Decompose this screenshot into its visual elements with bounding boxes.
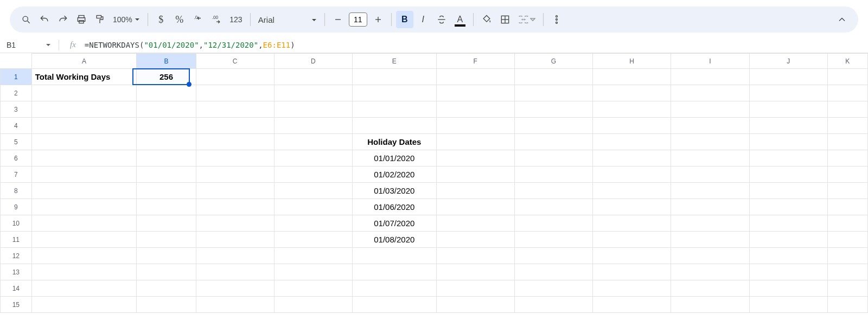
row-header[interactable]: 11 <box>1 232 32 248</box>
font-size-input[interactable] <box>349 12 367 27</box>
cell[interactable] <box>137 297 196 313</box>
row-header[interactable]: 10 <box>1 215 32 232</box>
formula-input[interactable]: =NETWORKDAYS("01/01/2020","12/31/2020",E… <box>85 41 295 49</box>
cell[interactable] <box>353 248 437 264</box>
cell[interactable] <box>593 85 671 101</box>
print-icon[interactable] <box>73 11 90 28</box>
cell[interactable] <box>137 232 196 248</box>
cell[interactable] <box>436 183 514 199</box>
cell[interactable] <box>671 183 749 199</box>
cell[interactable] <box>31 232 137 248</box>
cell[interactable] <box>196 280 274 297</box>
cell[interactable] <box>196 118 274 134</box>
cell[interactable] <box>137 248 196 264</box>
cell[interactable] <box>436 297 514 313</box>
row-header[interactable]: 13 <box>1 264 32 280</box>
cell[interactable] <box>436 118 514 134</box>
cell[interactable] <box>436 215 514 232</box>
cell[interactable] <box>749 199 827 215</box>
cell[interactable] <box>514 264 592 280</box>
cell-E6[interactable]: 01/01/2020 <box>353 150 437 166</box>
row-header[interactable]: 14 <box>1 280 32 297</box>
cell[interactable] <box>31 118 137 134</box>
cell[interactable] <box>436 85 514 101</box>
cell-B1[interactable]: 256 <box>137 69 196 85</box>
cell[interactable] <box>137 183 196 199</box>
cell[interactable] <box>671 264 749 280</box>
cell[interactable] <box>31 166 137 183</box>
borders-button[interactable] <box>496 11 514 28</box>
cell[interactable] <box>593 150 671 166</box>
cell-E5[interactable]: Holiday Dates <box>353 134 437 150</box>
row-header[interactable]: 1 <box>1 69 32 85</box>
cell[interactable] <box>436 264 514 280</box>
cell-E11[interactable]: 01/08/2020 <box>353 232 437 248</box>
bold-button[interactable]: B <box>396 11 413 28</box>
cell[interactable] <box>31 183 137 199</box>
cell[interactable] <box>353 264 437 280</box>
cell[interactable] <box>274 183 352 199</box>
cell[interactable] <box>749 150 827 166</box>
cell[interactable] <box>353 297 437 313</box>
cell[interactable] <box>749 69 827 85</box>
cell[interactable] <box>196 166 274 183</box>
cell[interactable] <box>749 134 827 150</box>
increase-font-icon[interactable] <box>369 11 387 28</box>
col-header-K[interactable]: K <box>827 54 867 69</box>
cell[interactable] <box>274 297 352 313</box>
cell[interactable] <box>274 134 352 150</box>
merge-cells-button[interactable] <box>515 11 539 28</box>
cell[interactable] <box>593 183 671 199</box>
cell[interactable] <box>671 166 749 183</box>
fill-color-button[interactable] <box>478 11 495 28</box>
cell[interactable] <box>274 280 352 297</box>
cell[interactable] <box>749 183 827 199</box>
cell[interactable] <box>749 85 827 101</box>
row-header[interactable]: 8 <box>1 183 32 199</box>
cell[interactable] <box>749 215 827 232</box>
cell[interactable] <box>196 248 274 264</box>
row-header[interactable]: 12 <box>1 248 32 264</box>
cell[interactable] <box>514 183 592 199</box>
cell[interactable] <box>514 69 592 85</box>
cell[interactable] <box>196 69 274 85</box>
cell[interactable] <box>827 297 867 313</box>
cell[interactable] <box>671 280 749 297</box>
cell-A1[interactable]: Total Working Days <box>31 69 137 85</box>
col-header-F[interactable]: F <box>436 54 514 69</box>
cell[interactable] <box>31 134 137 150</box>
cell[interactable] <box>593 69 671 85</box>
undo-icon[interactable] <box>36 11 53 28</box>
cell[interactable] <box>827 183 867 199</box>
cell[interactable] <box>137 280 196 297</box>
cell[interactable] <box>514 248 592 264</box>
row-header[interactable]: 15 <box>1 297 32 313</box>
cell[interactable] <box>827 118 867 134</box>
row-header[interactable]: 4 <box>1 118 32 134</box>
cell[interactable] <box>31 150 137 166</box>
cell[interactable] <box>274 215 352 232</box>
cell[interactable] <box>827 134 867 150</box>
text-color-button[interactable]: A <box>451 11 469 28</box>
cell[interactable] <box>593 134 671 150</box>
cell[interactable] <box>827 166 867 183</box>
cell[interactable] <box>196 297 274 313</box>
decrease-font-icon[interactable] <box>329 11 347 28</box>
col-header-J[interactable]: J <box>749 54 827 69</box>
cell[interactable] <box>749 232 827 248</box>
cell[interactable] <box>827 85 867 101</box>
cell[interactable] <box>274 69 352 85</box>
currency-icon[interactable]: $ <box>152 11 170 28</box>
cell[interactable] <box>514 85 592 101</box>
zoom-dropdown[interactable]: 100% <box>110 15 143 24</box>
cell[interactable] <box>593 118 671 134</box>
increase-decimal-icon[interactable]: .00 <box>208 11 225 28</box>
search-icon[interactable] <box>17 11 35 28</box>
cell[interactable] <box>436 199 514 215</box>
cell[interactable] <box>137 264 196 280</box>
cell[interactable] <box>514 150 592 166</box>
cell[interactable] <box>749 101 827 118</box>
cell[interactable] <box>827 264 867 280</box>
cell-E8[interactable]: 01/03/2020 <box>353 183 437 199</box>
font-dropdown[interactable]: Arial <box>255 15 320 24</box>
